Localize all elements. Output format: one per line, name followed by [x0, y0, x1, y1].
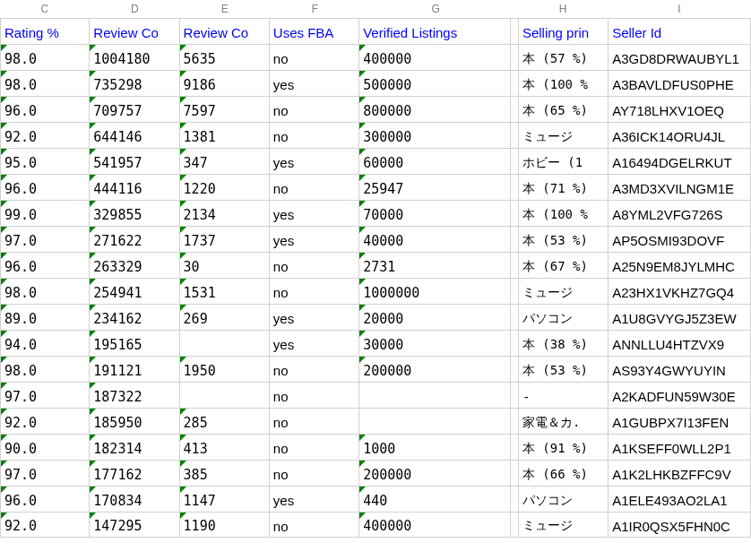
cell-review-co-2[interactable]: 385 [180, 461, 270, 486]
cell-review-co-1[interactable]: 1004180 [90, 45, 179, 70]
cell-uses-fba[interactable]: no [270, 45, 359, 70]
cell-uses-fba[interactable]: no [270, 513, 359, 537]
cell-verified[interactable]: 20000 [359, 305, 511, 330]
cell-uses-fba[interactable]: yes [270, 201, 359, 226]
cell-verified[interactable] [359, 409, 511, 434]
cell-selling[interactable]: 本 (53 %) [519, 357, 609, 382]
cell-rating[interactable]: 92.0 [0, 123, 90, 148]
cell-review-co-1[interactable]: 234162 [90, 305, 179, 330]
cell-seller-id[interactable]: A16494DGELRKUT [609, 149, 751, 174]
cell-rating[interactable]: 97.0 [0, 461, 90, 486]
cell-rating[interactable]: 89.0 [0, 305, 90, 330]
cell-seller-id[interactable]: A3MD3XVILNGM1E [609, 175, 751, 200]
cell-review-co-1[interactable]: 254941 [90, 279, 179, 304]
cell-review-co-1[interactable]: 191121 [90, 357, 179, 382]
cell-seller-id[interactable]: A3GD8DRWAUBYL1 [609, 45, 751, 70]
cell-review-co-2[interactable]: 347 [180, 149, 270, 174]
cell-seller-id[interactable]: A1IR0QSX5FHN0C [609, 513, 751, 537]
cell-rating[interactable]: 96.0 [0, 487, 90, 512]
cell-seller-id[interactable]: AS93Y4GWYUYIN [609, 357, 751, 382]
cell-selling[interactable]: パソコン [519, 487, 609, 512]
cell-selling[interactable]: 本 (91 %) [519, 435, 609, 460]
cell-selling[interactable]: ミュージ [519, 279, 609, 304]
cell-verified[interactable]: 40000 [359, 227, 511, 252]
cell-review-co-2[interactable]: 7597 [180, 97, 270, 122]
cell-verified[interactable]: 300000 [359, 123, 511, 148]
cell-review-co-1[interactable]: 709757 [90, 97, 179, 122]
cell-seller-id[interactable]: AP5OSMI93DOVF [609, 227, 751, 252]
header-selling[interactable]: Selling prin [519, 19, 609, 44]
cell-seller-id[interactable]: ANNLLU4HTZVX9 [609, 331, 751, 356]
header-uses-fba[interactable]: Uses FBA [270, 19, 359, 44]
header-review-co-1[interactable]: Review Co [90, 19, 179, 44]
cell-uses-fba[interactable]: yes [270, 487, 359, 512]
cell-seller-id[interactable]: AY718LHXV1OEQ [609, 97, 751, 122]
cell-uses-fba[interactable]: no [270, 279, 359, 304]
cell-review-co-1[interactable]: 444116 [90, 175, 179, 200]
col-letter-h[interactable]: H [518, 3, 609, 15]
col-letter-g[interactable]: G [360, 3, 512, 15]
cell-verified[interactable]: 1000000 [359, 279, 511, 304]
cell-review-co-1[interactable]: 735298 [90, 71, 179, 96]
cell-review-co-2[interactable]: 1950 [180, 357, 270, 382]
cell-verified[interactable]: 200000 [359, 461, 511, 486]
cell-verified[interactable]: 440 [359, 487, 511, 512]
cell-review-co-2[interactable]: 1737 [180, 227, 270, 252]
cell-verified[interactable]: 400000 [359, 45, 511, 70]
cell-verified[interactable]: 25947 [359, 175, 511, 200]
cell-uses-fba[interactable]: no [270, 461, 359, 486]
cell-seller-id[interactable]: A1GUBPX7I13FEN [609, 409, 751, 434]
cell-uses-fba[interactable]: no [270, 253, 359, 278]
cell-verified[interactable]: 60000 [359, 149, 511, 174]
cell-rating[interactable]: 98.0 [0, 357, 90, 382]
cell-uses-fba[interactable]: no [270, 409, 359, 434]
cell-rating[interactable]: 98.0 [0, 71, 90, 96]
spreadsheet-grid[interactable]: C D E F G H I Rating % Review Co Review … [0, 0, 751, 538]
cell-review-co-2[interactable]: 2134 [180, 201, 270, 226]
cell-selling[interactable]: ミュージ [519, 513, 609, 537]
cell-verified[interactable]: 200000 [359, 357, 511, 382]
cell-verified[interactable]: 30000 [359, 331, 511, 356]
cell-uses-fba[interactable]: no [270, 97, 359, 122]
cell-selling[interactable]: 本 (57 %) [519, 45, 609, 70]
cell-review-co-1[interactable]: 187322 [90, 383, 179, 408]
cell-selling[interactable]: 本 (100 % [519, 71, 609, 96]
col-letter-d[interactable]: D [91, 3, 181, 15]
cell-seller-id[interactable]: A25N9EM8JYLMHC [609, 253, 751, 278]
cell-review-co-2[interactable]: 1190 [180, 513, 270, 537]
cell-review-co-1[interactable]: 170834 [90, 487, 179, 512]
cell-selling[interactable]: 本 (53 %) [519, 227, 609, 252]
cell-verified[interactable]: 500000 [359, 71, 511, 96]
cell-seller-id[interactable]: A36ICK14ORU4JL [609, 123, 751, 148]
cell-selling[interactable]: ミュージ [519, 123, 609, 148]
cell-verified[interactable]: 2731 [359, 253, 511, 278]
cell-rating[interactable]: 92.0 [0, 409, 90, 434]
cell-verified[interactable]: 800000 [359, 97, 511, 122]
col-letter-e[interactable]: E [180, 3, 271, 15]
cell-rating[interactable]: 97.0 [0, 227, 90, 252]
cell-uses-fba[interactable]: yes [270, 331, 359, 356]
cell-review-co-1[interactable]: 271622 [90, 227, 179, 252]
cell-rating[interactable]: 96.0 [0, 253, 90, 278]
cell-selling[interactable]: パソコン [519, 305, 609, 330]
cell-uses-fba[interactable]: no [270, 123, 359, 148]
cell-review-co-1[interactable]: 185950 [90, 409, 179, 434]
cell-uses-fba[interactable]: yes [270, 149, 359, 174]
cell-seller-id[interactable]: A1K2LHKBZFFC9V [609, 461, 751, 486]
cell-uses-fba[interactable]: yes [270, 71, 359, 96]
cell-verified[interactable]: 1000 [359, 435, 511, 460]
cell-review-co-1[interactable]: 329855 [90, 201, 179, 226]
header-review-co-2[interactable]: Review Co [180, 19, 270, 44]
cell-selling[interactable]: 本 (38 %) [519, 331, 609, 356]
col-letter-i[interactable]: I [609, 3, 751, 15]
cell-rating[interactable]: 97.0 [0, 383, 90, 408]
cell-uses-fba[interactable]: yes [270, 305, 359, 330]
header-rating[interactable]: Rating % [0, 19, 90, 44]
cell-review-co-1[interactable]: 541957 [90, 149, 179, 174]
header-seller-id[interactable]: Seller Id [609, 19, 751, 44]
cell-seller-id[interactable]: A2KADFUN59W30E [609, 383, 751, 408]
cell-review-co-2[interactable] [180, 383, 270, 408]
cell-seller-id[interactable]: A1KSEFF0WLL2P1 [609, 435, 751, 460]
cell-selling[interactable]: 本 (66 %) [519, 461, 609, 486]
col-letter-f[interactable]: F [271, 3, 361, 15]
